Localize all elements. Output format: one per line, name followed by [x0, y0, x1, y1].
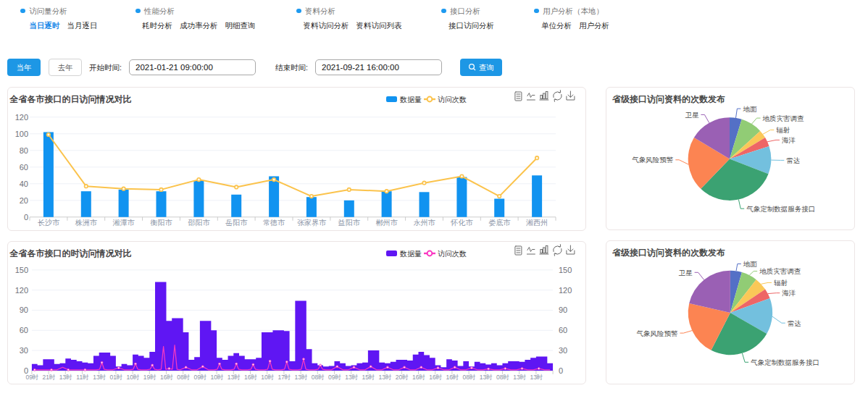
svg-text:地面: 地面: [743, 260, 758, 268]
svg-text:09时: 09时: [193, 374, 206, 381]
svg-text:16时: 16时: [446, 374, 459, 381]
svg-text:80: 80: [20, 146, 28, 155]
svg-text:60: 60: [559, 326, 567, 334]
svg-text:09时: 09时: [25, 374, 38, 381]
svg-text:30: 30: [20, 346, 28, 355]
svg-text:张家界市: 张家界市: [297, 219, 327, 227]
svg-text:21时: 21时: [43, 374, 56, 381]
svg-text:气象风险预警: 气象风险预警: [636, 329, 678, 337]
svg-text:17时: 17时: [277, 374, 291, 381]
svg-text:衡阳市: 衡阳市: [150, 219, 173, 227]
svg-text:09时: 09时: [328, 374, 341, 381]
svg-text:08时: 08时: [312, 374, 325, 381]
svg-text:13时: 13时: [379, 374, 392, 381]
svg-text:海洋: 海洋: [782, 136, 796, 144]
svg-text:湘潭市: 湘潭市: [113, 219, 135, 227]
svg-text:地质灾害调查: 地质灾害调查: [762, 114, 805, 122]
svg-text:30: 30: [559, 346, 567, 355]
svg-text:访问次数: 访问次数: [438, 250, 467, 258]
svg-text:08时: 08时: [496, 374, 509, 381]
svg-text:海洋: 海洋: [782, 289, 796, 297]
svg-text:株洲市: 株洲市: [75, 219, 98, 227]
svg-text:08时: 08时: [463, 374, 476, 381]
svg-text:永州市: 永州市: [414, 219, 436, 227]
svg-text:岳阳市: 岳阳市: [225, 219, 248, 227]
svg-text:益阳市: 益阳市: [338, 219, 361, 227]
svg-text:常德市: 常德市: [263, 219, 285, 227]
svg-text:100: 100: [15, 130, 28, 138]
svg-text:120: 120: [15, 286, 28, 295]
svg-text:16时: 16时: [160, 374, 173, 381]
svg-text:雷达: 雷达: [786, 156, 800, 164]
svg-text:01时: 01时: [109, 374, 122, 381]
svg-text:娄底市: 娄底市: [488, 219, 511, 227]
svg-text:60: 60: [20, 326, 28, 334]
svg-text:数据量: 数据量: [399, 96, 422, 104]
svg-text:湘西州: 湘西州: [526, 219, 548, 227]
svg-text:13时: 13时: [93, 374, 106, 381]
svg-text:19时: 19时: [143, 374, 157, 381]
svg-text:40: 40: [20, 180, 28, 188]
svg-text:气象风险预警: 气象风险预警: [632, 156, 674, 164]
svg-text:辐射: 辐射: [774, 279, 788, 287]
svg-text:90: 90: [20, 306, 28, 314]
svg-text:长沙市: 长沙市: [38, 219, 60, 227]
svg-text:10时: 10时: [261, 374, 274, 381]
svg-text:10时: 10时: [211, 374, 224, 381]
svg-text:郴州市: 郴州市: [376, 219, 398, 227]
svg-text:卫星: 卫星: [679, 269, 693, 277]
svg-text:08时: 08时: [177, 374, 190, 381]
svg-text:怀化市: 怀化市: [450, 219, 473, 227]
svg-text:气象定制数据服务接口: 气象定制数据服务接口: [751, 358, 819, 366]
svg-text:60: 60: [20, 163, 28, 172]
svg-text:13时: 13时: [480, 374, 493, 381]
svg-text:13时: 13时: [59, 374, 72, 381]
svg-text:16时: 16时: [412, 374, 425, 381]
svg-text:13时: 13时: [530, 374, 543, 381]
svg-text:数据量: 数据量: [399, 250, 422, 258]
svg-text:13时: 13时: [228, 374, 241, 381]
svg-text:120: 120: [15, 113, 28, 122]
svg-text:16时: 16时: [429, 374, 442, 381]
svg-text:卫星: 卫星: [685, 111, 699, 119]
svg-text:0: 0: [559, 366, 563, 375]
svg-text:15时: 15时: [362, 374, 375, 381]
svg-text:16时: 16时: [244, 374, 257, 381]
svg-text:20: 20: [20, 196, 28, 205]
svg-text:辐射: 辐射: [776, 126, 790, 134]
svg-text:13时: 13时: [513, 374, 526, 381]
svg-text:90: 90: [559, 306, 567, 314]
svg-text:气象定制数据服务接口: 气象定制数据服务接口: [746, 205, 815, 213]
svg-text:150: 150: [15, 266, 28, 274]
svg-text:10时: 10时: [127, 374, 140, 381]
svg-text:13时: 13时: [295, 374, 308, 381]
svg-text:20时: 20时: [396, 374, 409, 381]
svg-text:访问次数: 访问次数: [438, 96, 467, 104]
svg-text:雷达: 雷达: [788, 319, 801, 327]
svg-text:0: 0: [24, 213, 28, 222]
svg-text:150: 150: [559, 266, 572, 274]
svg-text:邵阳市: 邵阳市: [188, 219, 210, 227]
svg-text:地质灾害调查: 地质灾害调查: [759, 267, 801, 275]
svg-text:地面: 地面: [742, 105, 757, 113]
svg-text:11时: 11时: [76, 374, 88, 381]
svg-text:13时: 13时: [345, 374, 358, 381]
svg-text:120: 120: [559, 286, 572, 295]
